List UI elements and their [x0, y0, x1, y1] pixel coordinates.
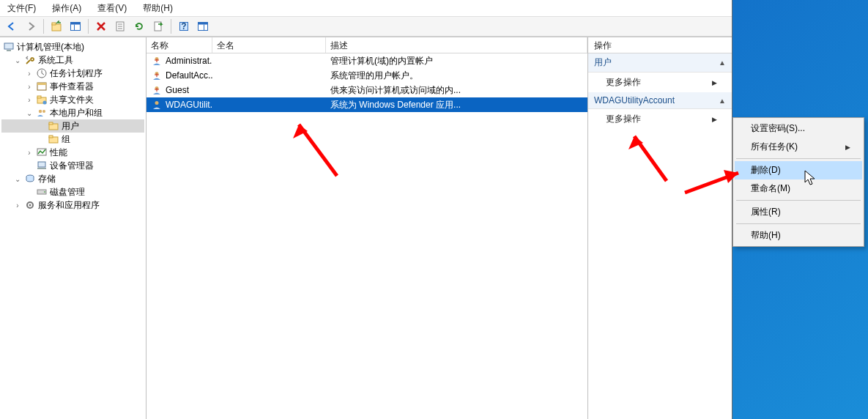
tree-label: 设备管理器	[50, 160, 94, 172]
tree-label: 服务和应用程序	[38, 199, 100, 212]
actions-more-account[interactable]: 更多操作 ▶	[588, 109, 732, 129]
actions-group-account[interactable]: WDAGUtilityAccount ▲	[588, 92, 732, 109]
toolbar: ?	[0, 16, 732, 37]
tree-root[interactable]: 计算机管理(本地)	[1, 40, 144, 53]
menu-action[interactable]: 操作(A)	[49, 1, 84, 16]
actions-group-users[interactable]: 用户 ▲	[588, 53, 732, 73]
svg-rect-13	[199, 23, 208, 25]
list-header: 名称 全名 描述	[146, 37, 587, 53]
collapse-icon[interactable]: ⌄	[13, 175, 22, 183]
cm-separator	[736, 223, 861, 224]
list-row-selected[interactable]: WDAGUtilit... 系统为 Windows Defender 应用...	[146, 97, 587, 112]
actions-group-label: 用户	[594, 56, 612, 69]
svg-rect-31	[37, 168, 46, 169]
toolbar-separator	[88, 19, 89, 34]
up-button[interactable]	[48, 18, 65, 34]
menubar: 文件(F) 操作(A) 查看(V) 帮助(H)	[0, 0, 732, 16]
tree-system-tools[interactable]: ⌄ 系统工具	[1, 53, 144, 67]
tree-task-scheduler[interactable]: › 任务计划程序	[1, 67, 144, 80]
device-manager-icon	[36, 160, 48, 171]
tree-shared-folders[interactable]: › 共享文件夹	[1, 93, 144, 106]
menu-view[interactable]: 查看(V)	[94, 1, 130, 16]
refresh-button[interactable]	[130, 18, 148, 34]
folder-icon	[48, 120, 59, 132]
help-button[interactable]: ?	[175, 18, 193, 34]
actions-title: 操作	[588, 37, 732, 53]
submenu-arrow-icon: ▶	[845, 144, 850, 151]
storage-icon	[24, 173, 36, 185]
expand-icon[interactable]: ›	[25, 70, 34, 78]
column-fullname[interactable]: 全名	[212, 37, 326, 53]
delete-button[interactable]	[92, 18, 110, 34]
tree-label: 本地用户和组	[50, 107, 103, 119]
cell-name: Guest	[166, 85, 189, 95]
export-list-button[interactable]	[149, 18, 167, 34]
expand-icon[interactable]: ›	[25, 83, 34, 91]
expand-icon[interactable]: ⌄	[13, 56, 22, 64]
tree-event-viewer[interactable]: › 事件查看器	[1, 80, 144, 93]
tree-disk-management[interactable]: 磁盘管理	[1, 185, 144, 199]
chevron-right-icon: ▶	[712, 116, 717, 123]
cm-separator	[736, 200, 861, 201]
tree-pane[interactable]: 计算机管理(本地) ⌄ 系统工具 › 任务计划程序 ›	[0, 37, 146, 419]
cell-description: 管理计算机(域)的内置帐户	[326, 55, 587, 67]
cm-set-password[interactable]: 设置密码(S)...	[735, 119, 862, 138]
actions-item-label: 更多操作	[606, 76, 641, 89]
tree-users[interactable]: 用户	[1, 119, 144, 133]
chevron-up-icon: ▲	[719, 59, 726, 67]
collapse-icon[interactable]: ⌄	[25, 109, 34, 117]
svg-rect-28	[49, 136, 53, 138]
tree-groups[interactable]: 组	[1, 133, 144, 146]
toolbar-separator	[43, 19, 44, 34]
cm-all-tasks[interactable]: 所有任务(K) ▶	[735, 138, 862, 156]
forward-button[interactable]	[22, 18, 40, 34]
cm-separator	[736, 158, 861, 159]
tree-root-label: 计算机管理(本地)	[17, 41, 84, 53]
actions-more-users[interactable]: 更多操作 ▶	[588, 73, 732, 92]
show-hide-action-pane-button[interactable]	[194, 18, 212, 34]
properties-button[interactable]	[111, 18, 129, 34]
menu-help[interactable]: 帮助(H)	[140, 1, 176, 16]
cm-delete[interactable]: 删除(D)	[735, 161, 862, 179]
tree-label: 性能	[50, 147, 67, 159]
mmc-window: 文件(F) 操作(A) 查看(V) 帮助(H)	[0, 0, 732, 419]
tree-performance[interactable]: › 性能	[1, 146, 144, 159]
tree-device-manager[interactable]: 设备管理器	[1, 159, 144, 172]
tree-storage[interactable]: ⌄ 存储	[1, 172, 144, 185]
tree-local-users-groups[interactable]: ⌄ 本地用户和组	[1, 106, 144, 119]
column-description[interactable]: 描述	[326, 37, 587, 53]
cm-help[interactable]: 帮助(H)	[735, 226, 862, 245]
tree-services-apps[interactable]: › 服务和应用程序	[1, 199, 144, 212]
svg-rect-16	[7, 50, 11, 51]
user-icon	[151, 99, 163, 111]
cell-name: WDAGUtilit...	[166, 100, 212, 110]
clock-icon	[36, 67, 48, 79]
menu-file[interactable]: 文件(F)	[4, 1, 39, 16]
expand-icon[interactable]: ›	[13, 201, 22, 210]
svg-rect-15	[4, 43, 13, 49]
list-rows[interactable]: Administrat... 管理计算机(域)的内置帐户 DefaultAcc.…	[146, 53, 587, 419]
expand-icon[interactable]: ›	[25, 96, 34, 104]
show-hide-tree-button[interactable]	[67, 18, 84, 34]
list-row[interactable]: Guest 供来宾访问计算机或访问域的内...	[146, 83, 587, 97]
cm-rename[interactable]: 重命名(M)	[735, 179, 862, 198]
tree-label: 系统工具	[38, 54, 73, 67]
svg-rect-30	[38, 162, 45, 167]
context-menu: 设置密码(S)... 所有任务(K) ▶ 删除(D) 重命名(M) 属性(R) …	[732, 117, 864, 247]
expand-icon[interactable]: ›	[25, 149, 34, 157]
svg-rect-21	[37, 96, 41, 98]
svg-rect-26	[49, 122, 53, 125]
actions-item-label: 更多操作	[606, 113, 641, 125]
list-row[interactable]: Administrat... 管理计算机(域)的内置帐户	[146, 53, 587, 68]
actions-pane: 操作 用户 ▲ 更多操作 ▶ WDAGUtilityAccount ▲ 更多操作…	[588, 37, 732, 419]
column-name[interactable]: 名称	[146, 37, 212, 53]
svg-point-40	[155, 101, 159, 105]
shared-folders-icon	[36, 94, 48, 105]
list-row[interactable]: DefaultAcc... 系统管理的用户帐户。	[146, 68, 587, 83]
svg-rect-19	[37, 83, 46, 85]
cm-properties[interactable]: 属性(R)	[735, 203, 862, 221]
svg-point-24	[42, 110, 45, 113]
tree-label: 用户	[62, 120, 79, 133]
mmc-body: 计算机管理(本地) ⌄ 系统工具 › 任务计划程序 ›	[0, 37, 732, 419]
back-button[interactable]	[3, 18, 21, 34]
